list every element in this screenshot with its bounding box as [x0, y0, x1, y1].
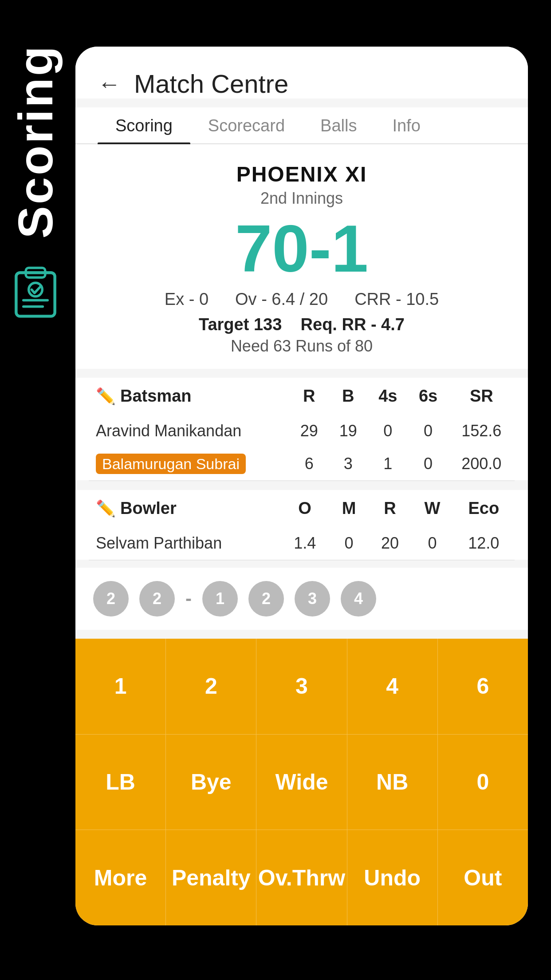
edit-batsman-icon[interactable]: ✏️: [96, 387, 116, 406]
need-line: Need 63 Runs of 80: [98, 337, 506, 356]
scoring-row-1: LBByeWideNB0: [75, 735, 528, 830]
bowler-row[interactable]: Selvam Parthiban 1.4 0 20 0 12.0: [89, 527, 515, 560]
score-btn-four[interactable]: 4: [347, 639, 438, 734]
batsman-header: ✏️ Batsman: [96, 387, 283, 406]
innings-label: 2nd Innings: [98, 189, 506, 208]
batsmen-section: ✏️ Batsman R B 4s 6s SR Aravind Manikand…: [75, 378, 528, 480]
batsman-row[interactable]: Balamurugan Subrai 6 3 1 0 200.0: [89, 447, 515, 480]
scoring-row-2: MorePenaltyOv.ThrwUndoOut: [75, 830, 528, 925]
ball-history: 22-1234: [75, 568, 528, 630]
tab-info[interactable]: Info: [374, 107, 438, 143]
main-card: ← Match Centre Scoring Scorecard Balls I…: [75, 47, 528, 925]
tab-balls[interactable]: Balls: [303, 107, 374, 143]
side-text: Scoring: [11, 44, 60, 239]
score-btn-undo[interactable]: Undo: [347, 830, 438, 925]
score-display: 70-1: [98, 212, 506, 285]
tab-scoring[interactable]: Scoring: [98, 107, 190, 143]
overs: Ov - 6.4 / 20: [235, 290, 328, 309]
score-btn-wide[interactable]: Wide: [256, 735, 347, 830]
ball-separator: -: [185, 588, 192, 609]
score-btn-ovthrw[interactable]: Ov.Thrw: [256, 830, 347, 925]
ball-item[interactable]: 2: [93, 581, 129, 616]
score-btn-lb[interactable]: LB: [75, 735, 166, 830]
ball-item[interactable]: 3: [295, 581, 330, 616]
tabs-bar: Scoring Scorecard Balls Info: [75, 107, 528, 144]
score-btn-six[interactable]: 6: [438, 639, 528, 734]
clipboard-icon: [11, 265, 60, 319]
side-panel: Scoring: [0, 44, 71, 444]
crr: CRR - 10.5: [354, 290, 439, 309]
target-line: Target 133 Req. RR - 4.7: [98, 315, 506, 334]
bowler-table: ✏️ Bowler O M R W Eco Selvam Parthiban 1…: [89, 490, 515, 560]
batsman-row[interactable]: Aravind Manikandan 29 19 0 0 152.6: [89, 415, 515, 447]
svg-rect-0: [16, 273, 55, 316]
batsmen-table: ✏️ Batsman R B 4s 6s SR Aravind Manikand…: [89, 378, 515, 480]
page-title: Match Centre: [134, 69, 288, 99]
score-btn-three[interactable]: 3: [256, 639, 347, 734]
score-btn-two[interactable]: 2: [166, 639, 256, 734]
extras: Ex - 0: [165, 290, 209, 309]
scoring-row-0: 12346: [75, 639, 528, 735]
ball-item[interactable]: 2: [139, 581, 175, 616]
score-btn-zero[interactable]: 0: [438, 735, 528, 830]
score-btn-nb[interactable]: NB: [347, 735, 438, 830]
divider-1: [89, 480, 515, 481]
ball-item[interactable]: 1: [202, 581, 238, 616]
team-name: PHOENIX XI: [98, 162, 506, 186]
divider-2: [89, 560, 515, 561]
ball-item[interactable]: 2: [248, 581, 284, 616]
score-btn-more[interactable]: More: [75, 830, 166, 925]
score-btn-out[interactable]: Out: [438, 830, 528, 925]
header: ← Match Centre: [75, 47, 528, 99]
score-btn-bye[interactable]: Bye: [166, 735, 256, 830]
score-section: PHOENIX XI 2nd Innings 70-1 Ex - 0 Ov - …: [75, 144, 528, 369]
score-meta: Ex - 0 Ov - 6.4 / 20 CRR - 10.5: [98, 290, 506, 309]
score-btn-one[interactable]: 1: [75, 639, 166, 734]
tab-scorecard[interactable]: Scorecard: [190, 107, 303, 143]
edit-bowler-icon[interactable]: ✏️: [96, 499, 116, 518]
bowler-section: ✏️ Bowler O M R W Eco Selvam Parthiban 1…: [75, 490, 528, 560]
bowler-header: ✏️ Bowler: [96, 499, 273, 518]
score-btn-penalty[interactable]: Penalty: [166, 830, 256, 925]
scoring-pad: 12346LBByeWideNB0MorePenaltyOv.ThrwUndoO…: [75, 639, 528, 925]
ball-item[interactable]: 4: [341, 581, 376, 616]
back-button[interactable]: ←: [98, 72, 121, 95]
